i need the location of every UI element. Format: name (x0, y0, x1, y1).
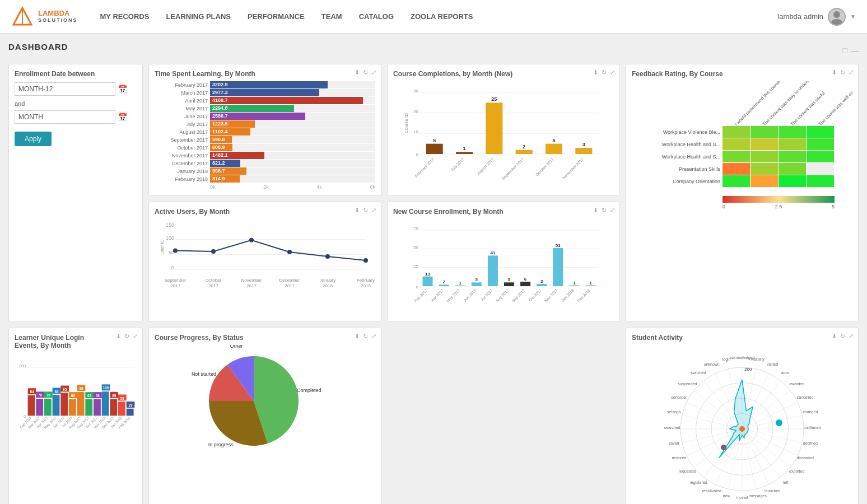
svg-line-156 (742, 429, 781, 477)
heatmap-cell (722, 138, 750, 150)
download-icon[interactable]: ⬇ (832, 69, 837, 76)
enrollment-bar (455, 286, 465, 286)
download-icon[interactable]: ⬇ (593, 69, 598, 76)
dashboard-restore-icon[interactable]: □ (843, 46, 847, 55)
expand-icon[interactable]: ⤢ (371, 69, 376, 76)
expand-icon[interactable]: ⤢ (849, 69, 854, 76)
svg-text:41: 41 (490, 250, 495, 255)
svg-text:20: 20 (413, 109, 418, 114)
svg-text:reactivated: reactivated (702, 489, 721, 493)
login-bar (44, 399, 52, 416)
svg-text:5: 5 (832, 204, 835, 209)
expand-icon[interactable]: ⤢ (371, 207, 376, 214)
nav-catalog[interactable]: CATALOG (359, 10, 394, 23)
expand-icon[interactable]: ⤢ (133, 333, 138, 340)
svg-text:2: 2 (442, 279, 445, 284)
svg-text:Workplace Health and S...: Workplace Health and S... (662, 142, 720, 147)
refresh-icon[interactable]: ↻ (602, 69, 607, 76)
svg-line-153 (742, 429, 802, 442)
svg-text:visited: visited (767, 362, 778, 366)
download-icon[interactable]: ⬇ (355, 207, 360, 214)
heatmap-cell (779, 138, 806, 150)
refresh-icon[interactable]: ↻ (363, 207, 368, 214)
student-activity-card-title: Student Activity (632, 334, 852, 342)
refresh-icon[interactable]: ↻ (124, 333, 129, 340)
download-icon[interactable]: ⬇ (832, 333, 837, 340)
heatmap-cell (751, 163, 778, 175)
completions-bar (575, 148, 592, 154)
filter-to-input[interactable] (15, 110, 115, 124)
download-icon[interactable]: ⬇ (355, 333, 360, 340)
svg-text:25: 25 (413, 264, 418, 269)
filter-from-input[interactable] (15, 82, 115, 96)
svg-text:10: 10 (413, 129, 418, 134)
svg-text:0: 0 (171, 265, 174, 270)
nav-zoola-reports[interactable]: ZOOLA REPORTS (411, 10, 473, 23)
svg-text:moved: moved (736, 496, 748, 500)
svg-text:cancelled: cancelled (797, 395, 814, 399)
svg-text:User ID: User ID (160, 239, 165, 254)
navbar: LAMBDA SOLUTIONS MY RECORDS LEARNING PLA… (0, 0, 867, 34)
login-bar (36, 399, 43, 416)
calendar-from-icon[interactable]: 📅 (118, 85, 127, 94)
svg-text:2018: 2018 (361, 283, 371, 288)
heatmap-cell (751, 138, 778, 150)
svg-text:1: 1 (573, 281, 576, 286)
svg-text:1: 1 (589, 281, 592, 286)
svg-text:restored: restored (672, 456, 687, 460)
apply-button[interactable]: Apply (15, 132, 52, 146)
refresh-icon[interactable]: ↻ (840, 333, 845, 340)
expand-icon[interactable]: ⤢ (371, 333, 376, 340)
nav-my-records[interactable]: MY RECORDS (100, 10, 150, 23)
svg-text:September: September (164, 278, 186, 283)
expand-icon[interactable]: ⤢ (849, 333, 854, 340)
login-bar (118, 402, 125, 416)
nav-learning-plans[interactable]: LEARNING PLANS (166, 10, 231, 23)
login-bar (53, 395, 60, 416)
svg-text:51: 51 (556, 243, 561, 248)
course-completions-card-title: Course Completions, by Month (New) (393, 70, 614, 78)
enrollment-bar (488, 255, 498, 286)
svg-point-202 (739, 426, 745, 432)
svg-text:Jul 2017: Jul 2017 (480, 288, 493, 302)
heatmap-cell (751, 126, 778, 138)
download-icon[interactable]: ⬇ (116, 333, 121, 340)
heatmap-cell (779, 175, 806, 187)
svg-text:29: 29 (128, 403, 133, 407)
refresh-icon[interactable]: ↻ (363, 69, 368, 76)
svg-point-57 (287, 250, 292, 254)
bar-row: December 2017 821.2 (155, 160, 375, 167)
svg-text:98: 98 (79, 386, 83, 390)
svg-text:70: 70 (38, 393, 43, 397)
nav-team[interactable]: TEAM (321, 10, 342, 23)
user-dropdown-icon[interactable]: ▼ (850, 13, 856, 20)
refresh-icon[interactable]: ↻ (602, 207, 607, 214)
svg-text:awarded: awarded (789, 382, 804, 386)
bar-row: October 2017 608.9 (155, 144, 375, 151)
svg-text:launched: launched (765, 489, 781, 493)
dashboard-grid: Enrollment Date between 📅 and 📅 Apply Le… (8, 64, 859, 504)
svg-text:Sep 2017: Sep 2017 (511, 288, 526, 304)
heatmap-cell (807, 175, 834, 187)
svg-text:July 2017: July 2017 (450, 157, 465, 172)
svg-point-205 (721, 445, 726, 450)
svg-text:changed: changed (803, 410, 818, 414)
refresh-icon[interactable]: ↻ (363, 333, 368, 340)
enrollment-bar (472, 282, 482, 286)
svg-text:75: 75 (413, 226, 418, 231)
svg-text:100: 100 (103, 386, 109, 390)
nav-performance[interactable]: PERFORMANCE (248, 10, 305, 23)
nav-links: MY RECORDS LEARNING PLANS PERFORMANCE TE… (100, 10, 778, 23)
expand-icon[interactable]: ⤢ (610, 69, 615, 76)
dashboard-minimize-icon[interactable]: — (851, 46, 859, 55)
svg-text:200: 200 (19, 363, 26, 368)
calendar-to-icon[interactable]: 📅 (118, 113, 127, 122)
svg-text:login: login (722, 357, 731, 362)
expand-icon[interactable]: ⤢ (610, 207, 615, 214)
bar-row: May 2017 2294.8 (155, 105, 375, 112)
download-icon[interactable]: ⬇ (593, 207, 598, 214)
download-icon[interactable]: ⬇ (355, 69, 360, 76)
completions-bar (546, 144, 562, 154)
svg-text:13: 13 (425, 272, 430, 277)
refresh-icon[interactable]: ↻ (840, 69, 845, 76)
